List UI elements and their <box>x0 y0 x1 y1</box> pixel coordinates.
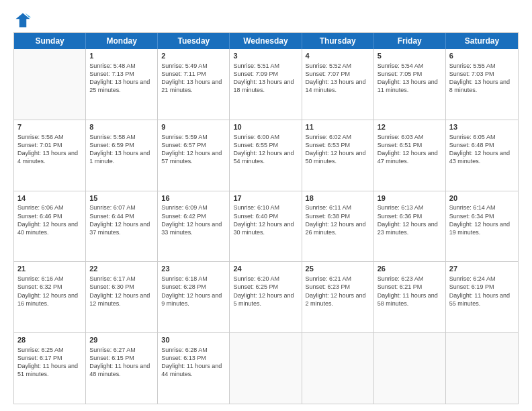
calendar-cell-r3c0: 21Sunrise: 6:16 AM Sunset: 6:32 PM Dayli… <box>14 262 86 332</box>
cell-info: Sunrise: 6:16 AM Sunset: 6:32 PM Dayligh… <box>17 275 82 308</box>
cell-info: Sunrise: 6:28 AM Sunset: 6:13 PM Dayligh… <box>161 346 226 379</box>
cell-info: Sunrise: 6:11 AM Sunset: 6:38 PM Dayligh… <box>306 203 370 236</box>
header-day-thursday: Thursday <box>302 33 374 49</box>
calendar-cell-r4c3 <box>230 333 302 404</box>
header <box>13 11 519 30</box>
calendar-cell-r1c4: 11Sunrise: 6:02 AM Sunset: 6:53 PM Dayli… <box>302 120 374 191</box>
day-number: 29 <box>89 335 154 345</box>
cell-info: Sunrise: 6:25 AM Sunset: 6:17 PM Dayligh… <box>17 346 82 379</box>
cell-info: Sunrise: 5:49 AM Sunset: 7:11 PM Dayligh… <box>161 62 226 95</box>
calendar-cell-r3c6: 27Sunrise: 6:24 AM Sunset: 6:19 PM Dayli… <box>446 262 518 332</box>
calendar-cell-r2c2: 16Sunrise: 6:09 AM Sunset: 6:42 PM Dayli… <box>158 191 230 262</box>
day-number: 17 <box>233 193 298 203</box>
cell-info: Sunrise: 6:07 AM Sunset: 6:44 PM Dayligh… <box>89 203 154 236</box>
day-number: 19 <box>378 193 442 203</box>
calendar-cell-r1c6: 13Sunrise: 6:05 AM Sunset: 6:48 PM Dayli… <box>446 120 518 191</box>
day-number: 6 <box>449 51 515 61</box>
day-number: 23 <box>161 264 226 274</box>
header-day-saturday: Saturday <box>446 33 518 49</box>
calendar-cell-r4c4 <box>302 333 374 404</box>
cell-info: Sunrise: 6:03 AM Sunset: 6:51 PM Dayligh… <box>378 133 442 166</box>
day-number: 28 <box>17 335 82 345</box>
day-number: 15 <box>89 193 154 203</box>
header-day-tuesday: Tuesday <box>158 33 230 49</box>
calendar-cell-r2c1: 15Sunrise: 6:07 AM Sunset: 6:44 PM Dayli… <box>86 191 158 262</box>
calendar-cell-r1c1: 8Sunrise: 5:58 AM Sunset: 6:59 PM Daylig… <box>86 120 158 191</box>
calendar-cell-r2c3: 17Sunrise: 6:10 AM Sunset: 6:40 PM Dayli… <box>230 191 302 262</box>
calendar-cell-r4c5 <box>374 333 446 404</box>
header-day-sunday: Sunday <box>14 33 86 49</box>
page: SundayMondayTuesdayWednesdayThursdayFrid… <box>0 0 532 411</box>
calendar-cell-r0c0 <box>14 49 86 120</box>
day-number: 30 <box>161 335 226 345</box>
cell-info: Sunrise: 5:48 AM Sunset: 7:13 PM Dayligh… <box>89 62 154 95</box>
day-number: 10 <box>233 122 298 132</box>
day-number: 21 <box>17 264 82 274</box>
calendar-cell-r1c3: 10Sunrise: 6:00 AM Sunset: 6:55 PM Dayli… <box>230 120 302 191</box>
cell-info: Sunrise: 6:09 AM Sunset: 6:42 PM Dayligh… <box>161 203 226 236</box>
calendar-row-4: 28Sunrise: 6:25 AM Sunset: 6:17 PM Dayli… <box>14 332 518 404</box>
calendar-row-0: 1Sunrise: 5:48 AM Sunset: 7:13 PM Daylig… <box>14 49 518 120</box>
cell-info: Sunrise: 6:13 AM Sunset: 6:36 PM Dayligh… <box>378 203 442 236</box>
calendar-row-3: 21Sunrise: 6:16 AM Sunset: 6:32 PM Dayli… <box>14 261 518 332</box>
calendar-cell-r3c3: 24Sunrise: 6:20 AM Sunset: 6:25 PM Dayli… <box>230 262 302 332</box>
day-number: 2 <box>161 51 226 61</box>
cell-info: Sunrise: 5:58 AM Sunset: 6:59 PM Dayligh… <box>89 133 154 166</box>
cell-info: Sunrise: 6:02 AM Sunset: 6:53 PM Dayligh… <box>306 133 370 166</box>
cell-info: Sunrise: 5:51 AM Sunset: 7:09 PM Dayligh… <box>233 62 298 95</box>
cell-info: Sunrise: 6:00 AM Sunset: 6:55 PM Dayligh… <box>233 133 298 166</box>
day-number: 3 <box>233 51 298 61</box>
day-number: 9 <box>161 122 226 132</box>
day-number: 4 <box>306 51 370 61</box>
cell-info: Sunrise: 6:27 AM Sunset: 6:15 PM Dayligh… <box>89 346 154 379</box>
day-number: 27 <box>449 264 515 274</box>
calendar-cell-r1c0: 7Sunrise: 5:56 AM Sunset: 7:01 PM Daylig… <box>14 120 86 191</box>
cell-info: Sunrise: 6:18 AM Sunset: 6:28 PM Dayligh… <box>161 275 226 308</box>
calendar: SundayMondayTuesdayWednesdayThursdayFrid… <box>13 32 519 404</box>
cell-info: Sunrise: 6:20 AM Sunset: 6:25 PM Dayligh… <box>233 275 298 308</box>
cell-info: Sunrise: 6:21 AM Sunset: 6:23 PM Dayligh… <box>306 275 370 308</box>
cell-info: Sunrise: 5:56 AM Sunset: 7:01 PM Dayligh… <box>17 133 82 166</box>
day-number: 20 <box>449 193 515 203</box>
calendar-cell-r3c5: 26Sunrise: 6:23 AM Sunset: 6:21 PM Dayli… <box>374 262 446 332</box>
day-number: 16 <box>161 193 226 203</box>
calendar-cell-r0c4: 4Sunrise: 5:52 AM Sunset: 7:07 PM Daylig… <box>302 49 374 120</box>
day-number: 1 <box>89 51 154 61</box>
calendar-cell-r4c6 <box>446 333 518 404</box>
calendar-row-2: 14Sunrise: 6:06 AM Sunset: 6:46 PM Dayli… <box>14 191 518 262</box>
cell-info: Sunrise: 6:05 AM Sunset: 6:48 PM Dayligh… <box>449 133 515 166</box>
cell-info: Sunrise: 6:17 AM Sunset: 6:30 PM Dayligh… <box>89 275 154 308</box>
calendar-cell-r3c2: 23Sunrise: 6:18 AM Sunset: 6:28 PM Dayli… <box>158 262 230 332</box>
calendar-body: 1Sunrise: 5:48 AM Sunset: 7:13 PM Daylig… <box>14 49 518 404</box>
day-number: 22 <box>89 264 154 274</box>
calendar-cell-r2c0: 14Sunrise: 6:06 AM Sunset: 6:46 PM Dayli… <box>14 191 86 262</box>
day-number: 12 <box>378 122 442 132</box>
day-number: 14 <box>17 193 82 203</box>
day-number: 25 <box>306 264 370 274</box>
day-number: 7 <box>17 122 82 132</box>
calendar-cell-r1c2: 9Sunrise: 5:59 AM Sunset: 6:57 PM Daylig… <box>158 120 230 191</box>
calendar-cell-r0c2: 2Sunrise: 5:49 AM Sunset: 7:11 PM Daylig… <box>158 49 230 120</box>
calendar-row-1: 7Sunrise: 5:56 AM Sunset: 7:01 PM Daylig… <box>14 120 518 191</box>
day-number: 18 <box>306 193 370 203</box>
day-number: 24 <box>233 264 298 274</box>
cell-info: Sunrise: 5:55 AM Sunset: 7:03 PM Dayligh… <box>449 62 515 95</box>
cell-info: Sunrise: 6:23 AM Sunset: 6:21 PM Dayligh… <box>378 275 442 308</box>
header-day-monday: Monday <box>86 33 158 49</box>
cell-info: Sunrise: 6:06 AM Sunset: 6:46 PM Dayligh… <box>17 203 82 236</box>
calendar-cell-r0c3: 3Sunrise: 5:51 AM Sunset: 7:09 PM Daylig… <box>230 49 302 120</box>
day-number: 11 <box>306 122 370 132</box>
header-day-wednesday: Wednesday <box>230 33 302 49</box>
calendar-cell-r3c4: 25Sunrise: 6:21 AM Sunset: 6:23 PM Dayli… <box>302 262 374 332</box>
calendar-cell-r1c5: 12Sunrise: 6:03 AM Sunset: 6:51 PM Dayli… <box>374 120 446 191</box>
day-number: 13 <box>449 122 515 132</box>
day-number: 8 <box>89 122 154 132</box>
cell-info: Sunrise: 5:52 AM Sunset: 7:07 PM Dayligh… <box>306 62 370 95</box>
calendar-cell-r4c1: 29Sunrise: 6:27 AM Sunset: 6:15 PM Dayli… <box>86 333 158 404</box>
day-number: 5 <box>378 51 442 61</box>
calendar-cell-r0c6: 6Sunrise: 5:55 AM Sunset: 7:03 PM Daylig… <box>446 49 518 120</box>
cell-info: Sunrise: 6:14 AM Sunset: 6:34 PM Dayligh… <box>449 203 515 236</box>
cell-info: Sunrise: 6:10 AM Sunset: 6:40 PM Dayligh… <box>233 203 298 236</box>
calendar-cell-r0c1: 1Sunrise: 5:48 AM Sunset: 7:13 PM Daylig… <box>86 49 158 120</box>
cell-info: Sunrise: 5:54 AM Sunset: 7:05 PM Dayligh… <box>378 62 442 95</box>
